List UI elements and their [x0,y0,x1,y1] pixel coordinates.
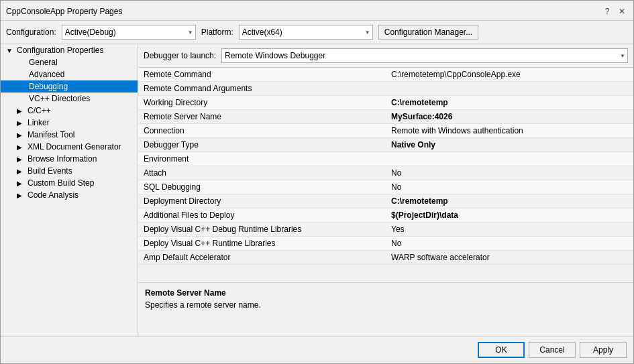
platform-label: Platform: [201,27,233,37]
tree-item-xml-doc[interactable]: ▶XML Document Generator [1,141,138,153]
close-button[interactable]: ✕ [616,5,628,17]
tree-item-label: XML Document Generator [28,142,121,151]
table-row[interactable]: Deployment DirectoryC:\remotetemp [138,194,633,208]
prop-name: Debugger Type [138,138,386,152]
platform-select[interactable]: Active(x64) [239,25,373,40]
expand-icon: ▶ [17,107,25,115]
tree-item-label: VC++ Directories [29,94,90,103]
tree-item-code-analysis[interactable]: ▶Code Analysis [1,189,138,201]
tree-item-label: Browse Information [28,154,97,164]
table-row[interactable]: Amp Default AcceleratorWARP software acc… [138,251,633,265]
prop-name: SQL Debugging [138,180,386,194]
expand-icon: ▶ [17,156,25,163]
table-row[interactable]: Remote Command Arguments [138,82,633,96]
tree-container: ▼Configuration PropertiesGeneralAdvanced… [1,44,138,201]
config-select[interactable]: Active(Debug) [62,25,196,40]
table-row[interactable]: Deploy Visual C++ Runtime LibrariesNo [138,237,633,251]
tree-item-vc-directories[interactable]: VC++ Directories [1,93,138,105]
tree-item-build-events[interactable]: ▶Build Events [1,165,138,177]
properties-table-area: Remote CommandC:\remotetemp\CppConsoleAp… [138,68,633,282]
expand-icon: ▶ [17,168,25,175]
prop-name: Deploy Visual C++ Debug Runtime Librarie… [138,223,386,237]
prop-name: Deploy Visual C++ Runtime Libraries [138,237,386,251]
info-panel-description: Specifies a remote server name. [145,300,627,310]
config-manager-button[interactable]: Configuration Manager... [378,25,478,40]
prop-name: Remote Command [138,68,386,82]
table-row[interactable]: Working DirectoryC:\remotetemp [138,96,633,110]
prop-value: C:\remotetemp [386,96,633,110]
prop-name: Attach [138,166,386,180]
expand-icon: ▶ [17,143,25,151]
table-row[interactable]: AttachNo [138,166,633,180]
tree-item-custom-build[interactable]: ▶Custom Build Step [1,177,138,189]
tree-item-label: Custom Build Step [28,178,94,188]
debugger-select[interactable]: Remote Windows Debugger [221,48,628,63]
tree-item-label: Code Analysis [28,190,78,200]
tree-item-advanced[interactable]: Advanced [1,68,138,80]
debugger-label: Debugger to launch: [144,51,216,60]
titlebar: CppConsoleApp Property Pages ? ✕ [1,1,633,21]
tree-item-label: Debugging [29,82,68,91]
titlebar-controls: ? ✕ [601,5,628,17]
collapse-icon: ▼ [6,47,14,54]
config-select-wrapper: Active(Debug) [62,25,196,40]
prop-value: Remote with Windows authentication [386,124,633,138]
tree-item-manifest-tool[interactable]: ▶Manifest Tool [1,129,138,141]
platform-select-wrapper: Active(x64) [239,25,373,40]
cancel-button[interactable]: Cancel [529,342,576,358]
prop-value: WARP software accelerator [386,251,633,265]
table-row[interactable]: ConnectionRemote with Windows authentica… [138,124,633,138]
prop-value: No [386,237,633,251]
prop-name: Remote Command Arguments [138,82,386,96]
info-panel: Remote Server Name Specifies a remote se… [138,282,633,336]
tree-item-label: General [29,58,58,67]
tree-item-general[interactable]: General [1,56,138,68]
expand-icon: ▶ [17,131,25,139]
prop-value: MySurface:4026 [386,110,633,124]
table-row[interactable]: Environment [138,152,633,166]
debugger-row: Debugger to launch: Remote Windows Debug… [138,44,633,68]
prop-value: $(ProjectDir)\data [386,208,633,223]
table-row[interactable]: Debugger TypeNative Only [138,138,633,152]
bottom-buttons: OK Cancel Apply [1,336,633,363]
tree-item-linker[interactable]: ▶Linker [1,117,138,129]
tree-item-label: C/C++ [28,106,51,115]
table-row[interactable]: Deploy Visual C++ Debug Runtime Librarie… [138,223,633,237]
ok-button[interactable]: OK [478,342,525,358]
tree-item-label: Advanced [29,70,64,79]
properties-table: Remote CommandC:\remotetemp\CppConsoleAp… [138,68,633,265]
dialog-title: CppConsoleApp Property Pages [6,7,122,16]
prop-name: Remote Server Name [138,110,386,124]
tree-item-debugging[interactable]: Debugging [1,80,138,93]
tree-item-label: Configuration Properties [17,46,103,55]
prop-value: C:\remotetemp\CppConsoleApp.exe [386,68,633,82]
prop-name: Connection [138,124,386,138]
property-pages-dialog: CppConsoleApp Property Pages ? ✕ Configu… [0,0,634,364]
tree-item-label: Build Events [28,166,72,176]
prop-value: No [386,166,633,180]
tree-item-cpp[interactable]: ▶C/C++ [1,105,138,117]
prop-name: Deployment Directory [138,194,386,208]
left-panel: ▼Configuration PropertiesGeneralAdvanced… [1,44,138,336]
main-content: ▼Configuration PropertiesGeneralAdvanced… [1,44,633,336]
table-row[interactable]: SQL DebuggingNo [138,180,633,194]
tree-item-label: Manifest Tool [28,130,74,139]
prop-value: No [386,180,633,194]
prop-name: Working Directory [138,96,386,110]
help-button[interactable]: ? [601,5,613,17]
prop-name: Amp Default Accelerator [138,251,386,265]
prop-value: C:\remotetemp [386,194,633,208]
expand-icon: ▶ [17,180,25,187]
expand-icon: ▶ [17,192,25,199]
tree-item-browse-info[interactable]: ▶Browse Information [1,153,138,165]
toolbar-row: Configuration: Active(Debug) Platform: A… [1,21,633,44]
prop-value [386,82,633,96]
prop-name: Additional Files to Deploy [138,208,386,223]
table-row[interactable]: Additional Files to Deploy$(ProjectDir)\… [138,208,633,223]
table-row[interactable]: Remote Server NameMySurface:4026 [138,110,633,124]
apply-button[interactable]: Apply [580,342,627,358]
tree-item-config-properties[interactable]: ▼Configuration Properties [1,44,138,56]
table-row[interactable]: Remote CommandC:\remotetemp\CppConsoleAp… [138,68,633,82]
debugger-select-wrapper: Remote Windows Debugger [221,48,628,63]
prop-value [386,152,633,166]
